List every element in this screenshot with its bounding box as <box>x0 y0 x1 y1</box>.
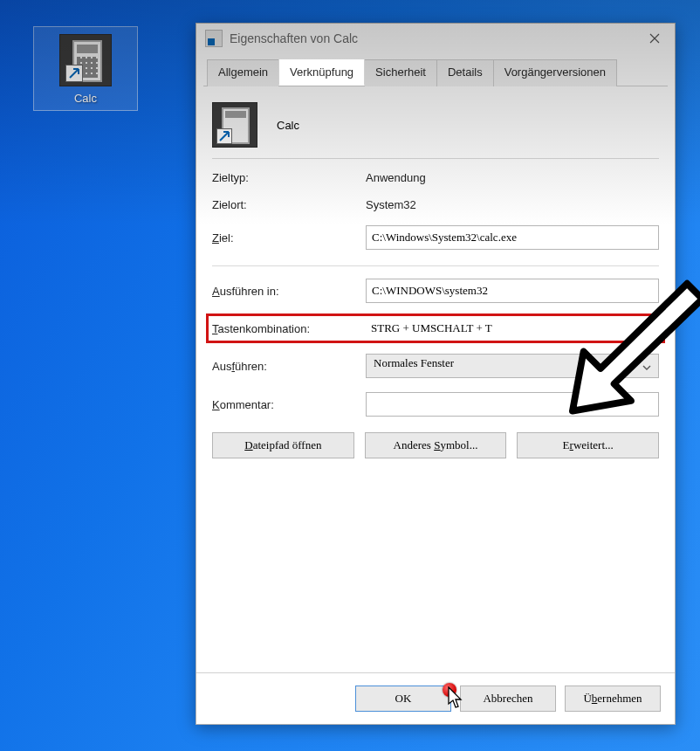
close-icon <box>649 33 660 44</box>
label-ausfuehren-in: Ausführen in: <box>212 285 360 298</box>
tab-verknuepfung[interactable]: Verknüpfung <box>278 59 365 86</box>
label-kommentar: Kommentar: <box>212 398 360 411</box>
tab-sicherheit[interactable]: Sicherheit <box>364 59 437 86</box>
button-erweitert[interactable]: Erweitert... <box>517 432 659 458</box>
tab-vorgaengerversionen[interactable]: Vorgängerversionen <box>493 59 617 86</box>
titlebar[interactable]: Eigenschaften von Calc <box>196 24 675 53</box>
input-tastenkombination[interactable] <box>366 318 659 339</box>
select-ausfuehren[interactable]: Normales Fenster <box>366 354 659 378</box>
input-ausfuehren-in[interactable] <box>366 279 659 303</box>
label-tastenkombination: Tastenkombination: <box>212 322 360 335</box>
value-zieltyp: Anwendung <box>366 171 659 184</box>
desktop-background: Calc Eigenschaften von Calc Allgemein Ve… <box>0 0 700 751</box>
button-symbol[interactable]: Anderes Symbol... <box>365 432 507 458</box>
label-ziel: Ziel: <box>212 231 360 245</box>
tab-details[interactable]: Details <box>436 59 494 86</box>
button-dateipfad[interactable]: Dateipfad öffnen <box>212 432 354 458</box>
tabstrip: Allgemein Verknüpfung Sicherheit Details… <box>203 59 668 86</box>
value-zielort: System32 <box>366 198 659 211</box>
close-button[interactable] <box>635 24 675 53</box>
separator <box>212 265 659 266</box>
cursor-icon <box>447 686 464 709</box>
apply-button[interactable]: Übernehmen <box>565 686 661 712</box>
tab-allgemein[interactable]: Allgemein <box>207 59 279 86</box>
input-kommentar[interactable] <box>366 392 659 417</box>
cancel-button[interactable]: Abbrechen <box>460 686 556 712</box>
properties-dialog: Eigenschaften von Calc Allgemein Verknüp… <box>196 23 676 725</box>
annotation-click-marker <box>443 683 456 697</box>
annotation-arrow-icon <box>559 275 700 428</box>
dialog-actions: OK Abbrechen Übernehmen <box>196 672 675 724</box>
label-zielort: Zielort: <box>212 198 360 211</box>
select-ausfuehren-value: Normales Fenster <box>374 356 454 369</box>
input-ziel[interactable] <box>366 225 659 250</box>
titlebar-title: Eigenschaften von Calc <box>230 31 635 45</box>
tab-panel: Calc Zieltyp: Anwendung Zielort: System3… <box>196 86 675 469</box>
shortcut-arrow-icon <box>65 65 83 82</box>
label-zieltyp: Zieltyp: <box>212 171 360 184</box>
label-ausfuehren: Ausführen: <box>212 360 360 373</box>
ok-button[interactable]: OK <box>355 686 451 712</box>
calculator-icon <box>59 34 112 86</box>
highlight-hotkey-row: Tastenkombination: <box>206 313 665 343</box>
desktop-shortcut-calc[interactable]: Calc <box>33 26 138 111</box>
app-name: Calc <box>277 119 299 132</box>
shortcut-arrow-icon <box>216 128 232 144</box>
separator <box>212 158 659 159</box>
chevron-down-icon <box>642 362 651 370</box>
app-calculator-icon <box>212 102 257 148</box>
desktop-shortcut-label: Calc <box>38 92 134 105</box>
titlebar-icon <box>205 30 223 47</box>
